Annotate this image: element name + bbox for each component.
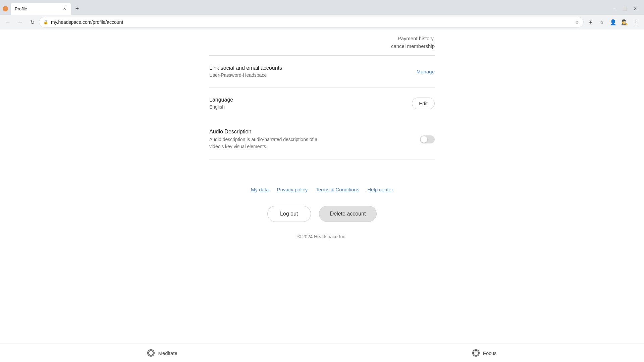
focus-label: Focus: [483, 350, 497, 356]
meditate-nav-item[interactable]: Meditate: [147, 349, 177, 357]
delete-account-button[interactable]: Delete account: [319, 206, 377, 222]
active-tab[interactable]: Profile ✕: [11, 3, 71, 15]
lock-icon: 🔒: [43, 20, 48, 24]
social-accounts-subtitle: User-Password-Headspace: [209, 72, 417, 78]
focus-icon: [472, 349, 480, 357]
language-row: Language English Edit: [209, 87, 435, 119]
svg-point-0: [149, 351, 153, 355]
footer-links: My data Privacy policy Terms & Condition…: [209, 180, 435, 199]
svg-point-1: [473, 351, 478, 356]
language-title: Language: [209, 97, 412, 103]
url-text: my.headspace.com/profile/account: [51, 19, 572, 25]
incognito-icon[interactable]: 🕵: [619, 17, 630, 27]
payment-history-text: Payment history, cancel membership: [391, 35, 435, 50]
svg-point-2: [474, 353, 475, 353]
social-accounts-title: Link social and email accounts: [209, 65, 417, 71]
profile-icon[interactable]: 👤: [608, 17, 619, 27]
page-content: Payment history, cancel membership Link …: [0, 29, 644, 344]
audio-description-row: Audio Description Audio description is a…: [209, 119, 435, 160]
copyright-text: © 2024 Headspace Inc.: [209, 229, 435, 253]
new-tab-button[interactable]: +: [72, 4, 82, 13]
spacer: [209, 160, 435, 180]
browser-actions: ⊞ ☆ 👤 🕵 ⋮: [585, 17, 641, 27]
close-button[interactable]: ✕: [631, 4, 640, 13]
tab-title: Profile: [15, 6, 59, 11]
language-subtitle: English: [209, 104, 412, 110]
tab-close-button[interactable]: ✕: [62, 6, 67, 11]
content-wrapper: Payment history, cancel membership Link …: [201, 29, 443, 253]
audio-description-title: Audio Description: [209, 129, 420, 135]
audio-description-info: Audio Description Audio description is a…: [209, 129, 420, 150]
manage-link[interactable]: Manage: [417, 69, 435, 74]
address-bar[interactable]: 🔒 my.headspace.com/profile/account ☆: [39, 17, 584, 27]
browser-chrome: Profile ✕ + ─ ⬜ ✕ ← → ↻ 🔒 my.headspace.c…: [0, 0, 644, 29]
payment-history-section: Payment history, cancel membership: [209, 29, 435, 56]
language-edit-button[interactable]: Edit: [412, 98, 435, 109]
social-accounts-info: Link social and email accounts User-Pass…: [209, 65, 417, 78]
help-center-link[interactable]: Help center: [367, 187, 393, 192]
action-buttons: Log out Delete account: [209, 199, 435, 229]
address-bar-row: ← → ↻ 🔒 my.headspace.com/profile/account…: [0, 15, 644, 29]
forward-button[interactable]: →: [15, 17, 25, 27]
tab-favicon: [3, 6, 8, 11]
headspace-extension-icon[interactable]: ⊞: [585, 17, 596, 27]
privacy-policy-link[interactable]: Privacy policy: [277, 187, 308, 192]
svg-point-3: [477, 353, 477, 353]
tab-bar: Profile ✕ + ─ ⬜ ✕: [0, 0, 644, 15]
reload-button[interactable]: ↻: [27, 17, 38, 27]
maximize-button[interactable]: ⬜: [620, 4, 629, 13]
meditate-icon: [147, 349, 155, 357]
audio-description-subtitle: Audio description is audio-narrated desc…: [209, 136, 330, 150]
bookmark-icon[interactable]: ☆: [575, 19, 579, 25]
social-accounts-row: Link social and email accounts User-Pass…: [209, 56, 435, 87]
focus-nav-item[interactable]: Focus: [472, 349, 497, 357]
bottom-bar: Meditate Focus: [0, 344, 644, 362]
window-controls: ─ ⬜ ✕: [609, 4, 641, 13]
meditate-label: Meditate: [158, 350, 177, 356]
back-button[interactable]: ←: [3, 17, 13, 27]
bookmark-manager-icon[interactable]: ☆: [596, 17, 607, 27]
terms-conditions-link[interactable]: Terms & Conditions: [316, 187, 359, 192]
my-data-link[interactable]: My data: [251, 187, 269, 192]
audio-description-toggle[interactable]: [420, 135, 435, 143]
logout-button[interactable]: Log out: [267, 206, 311, 222]
language-info: Language English: [209, 97, 412, 110]
minimize-button[interactable]: ─: [609, 4, 619, 13]
more-menu-button[interactable]: ⋮: [631, 17, 641, 27]
